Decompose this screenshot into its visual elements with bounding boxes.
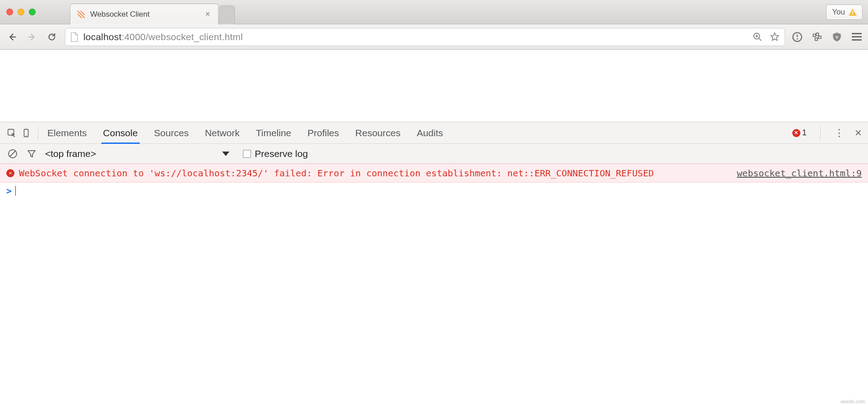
tab-timeline[interactable]: Timeline: [254, 122, 293, 144]
tab-network[interactable]: Network: [203, 122, 242, 144]
separator: [820, 126, 821, 140]
svg-line-12: [10, 151, 15, 156]
page-icon: [70, 32, 79, 42]
extension-icon-2[interactable]: [811, 31, 823, 43]
svg-point-6: [797, 38, 798, 39]
devtools-panels: Elements Console Sources Network Timelin…: [43, 122, 445, 143]
profile-button-label: You: [832, 8, 845, 17]
browser-tab[interactable]: Websocket Client ×: [70, 4, 219, 24]
text-cursor: [15, 186, 16, 196]
url-text: localhost:4000/websocket_client.html: [83, 32, 243, 42]
address-bar-actions: [752, 32, 780, 42]
extension-icon-1[interactable]: [791, 31, 803, 43]
tab-audits[interactable]: Audits: [415, 122, 445, 144]
error-count: 1: [802, 128, 807, 138]
browser-toolbar: localhost:4000/websocket_client.html ʊ: [0, 24, 868, 50]
device-mode-icon[interactable]: [19, 126, 33, 140]
fullscreen-window-button[interactable]: [29, 9, 36, 15]
chevron-down-icon: [222, 152, 229, 156]
console-prompt[interactable]: >: [0, 183, 868, 199]
hamburger-icon: [852, 33, 862, 41]
error-icon: [6, 169, 14, 177]
warning-icon: [849, 9, 857, 16]
menu-button[interactable]: [851, 31, 863, 43]
zoom-icon[interactable]: [752, 32, 763, 42]
tab-sources[interactable]: Sources: [152, 122, 191, 144]
error-count-badge[interactable]: 1: [792, 128, 807, 138]
url-host: localhost: [83, 32, 122, 42]
tab-resources[interactable]: Resources: [353, 122, 402, 144]
svg-point-10: [26, 135, 27, 136]
reload-button[interactable]: [45, 30, 59, 44]
toolbar-extensions: ʊ: [791, 31, 863, 43]
tab-title: Websocket Client: [90, 10, 199, 19]
tab-profiles[interactable]: Profiles: [306, 122, 341, 144]
devtools: Elements Console Sources Network Timelin…: [0, 122, 868, 199]
tab-favicon: [77, 10, 86, 19]
error-message: WebSocket connection to 'ws://localhost:…: [19, 167, 732, 179]
console-error-row: WebSocket connection to 'ws://localhost:…: [0, 164, 868, 183]
devtools-tabbar: Elements Console Sources Network Timelin…: [0, 122, 868, 144]
url-path: :4000/websocket_client.html: [122, 32, 243, 42]
window-titlebar: Websocket Client × You: [0, 0, 868, 24]
tab-elements[interactable]: Elements: [46, 122, 89, 144]
clear-console-icon[interactable]: [7, 148, 18, 159]
inspect-element-icon[interactable]: [5, 126, 19, 140]
frame-selector-label: <top frame>: [45, 148, 96, 159]
address-bar[interactable]: localhost:4000/websocket_client.html: [65, 28, 785, 46]
minimize-window-button[interactable]: [18, 9, 24, 15]
close-window-button[interactable]: [6, 9, 13, 15]
separator: [38, 126, 38, 140]
tab-close-button[interactable]: ×: [203, 9, 212, 19]
devtools-close-button[interactable]: ×: [853, 126, 863, 140]
devtools-more-button[interactable]: ⋮: [834, 127, 844, 139]
traffic-lights: [0, 9, 42, 15]
tab-console[interactable]: Console: [101, 122, 140, 144]
preserve-log-checkbox[interactable]: Preserve log: [243, 148, 308, 159]
frame-selector[interactable]: <top frame>: [45, 148, 229, 159]
error-icon: [792, 129, 800, 137]
extension-icon-shield[interactable]: ʊ: [831, 31, 843, 43]
page-content: [0, 50, 868, 122]
back-button[interactable]: [5, 30, 19, 44]
preserve-log-label: Preserve log: [255, 148, 308, 159]
profile-button[interactable]: You: [826, 5, 863, 20]
checkbox-icon: [243, 150, 251, 158]
error-source-link[interactable]: websocket_client.html:9: [737, 167, 862, 179]
prompt-chevron-icon: >: [6, 185, 12, 196]
new-tab-button[interactable]: [219, 5, 235, 24]
svg-line-1: [759, 38, 761, 41]
forward-button[interactable]: [25, 30, 39, 44]
console-subbar: <top frame> Preserve log: [0, 144, 868, 164]
watermark: wsxdn.com: [841, 399, 865, 404]
bookmark-star-icon[interactable]: [769, 32, 780, 42]
devtools-toolbar-right: 1 ⋮ ×: [792, 126, 863, 140]
svg-text:ʊ: ʊ: [836, 34, 838, 39]
filter-icon[interactable]: [26, 148, 37, 159]
